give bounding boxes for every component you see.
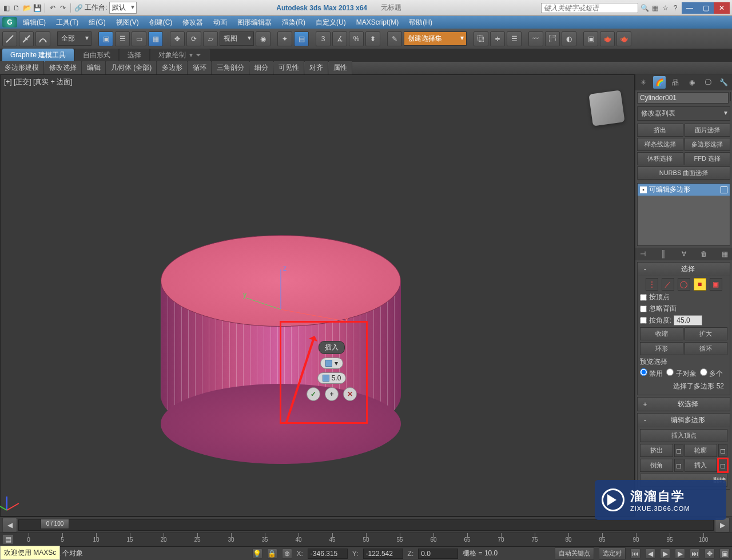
object-color-swatch[interactable] [730,92,731,101]
comm-center-icon[interactable]: ▦ [651,4,659,12]
help-icon[interactable]: ? [671,4,679,12]
ignore-backfacing-checkbox[interactable]: 忽略背面 [640,304,727,313]
rotate-tool-icon[interactable]: ⟳ [186,31,201,46]
modset-extrude[interactable]: 挤出 [637,124,683,137]
scale-tool-icon[interactable]: ▱ [203,31,218,46]
snap-toggle-icon[interactable]: 3 [316,31,331,46]
object-name-field[interactable] [637,92,729,104]
select-by-name-icon[interactable]: ☰ [115,31,130,46]
rollout-selection-header[interactable]: - 选择 [638,263,730,276]
ribbon-tab-selection[interactable]: 选择 [120,49,149,62]
hierarchy-tab-icon[interactable]: 品 [669,76,682,89]
favorites-icon[interactable]: ☆ [661,4,669,12]
by-vertex-checkbox[interactable]: 按顶点 [640,292,727,302]
ring-button[interactable]: 环形 [640,342,683,355]
motion-tab-icon[interactable]: ◉ [686,76,698,89]
layer-manager-icon[interactable]: ☰ [507,31,522,46]
ribbon-sub-edit[interactable]: 编辑 [82,61,106,74]
schematic-view-icon[interactable]: ⿸ [545,31,560,46]
pivot-center-icon[interactable]: ◉ [256,31,270,46]
help-search-input[interactable] [541,3,638,13]
bevel-settings-icon[interactable]: ◻ [674,459,683,472]
menu-maxscript[interactable]: MAXScript(M) [352,17,404,27]
menu-views[interactable]: 视图(V) [112,17,144,29]
save-icon[interactable]: 💾 [33,4,41,12]
by-angle-checkbox[interactable] [640,317,647,324]
modset-splinesel[interactable]: 样条线选择 [637,138,683,151]
bind-tool-icon[interactable] [35,31,50,46]
viewcube-icon[interactable] [588,90,624,126]
nav-1-icon[interactable]: ✥ [705,549,715,559]
ribbon-expand-icon[interactable]: ▾ ⏷ [189,51,201,59]
time-slider-thumb[interactable]: 0 / 100 [41,519,69,529]
search-icon[interactable]: 🔍 [640,4,649,12]
isolate-icon[interactable]: 💡 [252,549,262,559]
preview-off-radio[interactable]: 禁用 [640,368,663,379]
ribbon-sub-props[interactable]: 属性 [329,61,352,74]
curve-editor-icon[interactable]: 〰 [528,31,543,46]
undo-icon[interactable]: ↶ [49,4,57,12]
modset-polysel[interactable]: 多边形选择 [685,138,731,151]
stack-expand-icon[interactable]: ▪ [640,186,647,193]
edit-named-sel-icon[interactable]: ✎ [387,31,402,46]
ribbon-sub-polymodel[interactable]: 多边形建模 [0,61,44,74]
viewport-label[interactable]: [+] [正交] [真实 + 边面] [4,77,72,87]
subobj-edge-icon[interactable]: ／ [662,278,674,291]
prev-frame-icon[interactable]: ◀ [645,549,655,559]
ribbon-sub-geom[interactable]: 几何体 (全部) [106,61,157,74]
outline-settings-icon[interactable]: ◻ [718,444,727,457]
timeline-start-icon[interactable]: ◀ [2,518,17,533]
open-file-icon[interactable]: 📂 [23,4,31,12]
play-icon[interactable]: ▶ [660,549,670,559]
menu-tools[interactable]: 工具(T) [51,17,83,29]
named-selection-set[interactable]: 创建选择集 [404,31,467,46]
selection-filter[interactable]: 全部 [57,31,92,46]
selected-set-dropdown[interactable]: 选定对 [599,547,626,559]
select-tool-icon[interactable]: ▣ [98,31,113,46]
configure-sets-icon[interactable]: ▦ [719,249,730,259]
create-tab-icon[interactable]: ✳ [637,76,650,89]
move-tool-icon[interactable]: ✥ [170,31,185,46]
ribbon-sub-tris[interactable]: 三角剖分 [212,61,249,74]
preview-multi-radio[interactable]: 多个 [700,368,723,379]
display-tab-icon[interactable]: 🖵 [702,76,714,89]
link-tool-icon[interactable] [2,31,17,46]
subobj-polygon-icon[interactable]: ■ [694,278,706,291]
percent-snap-icon[interactable]: % [349,31,364,46]
utilities-tab-icon[interactable]: 🔧 [718,76,730,89]
menu-modifiers[interactable]: 修改器 [178,17,208,29]
extrude-settings-icon[interactable]: ◻ [674,444,683,457]
mirror-icon[interactable]: ⿻ [474,31,488,46]
ribbon-sub-align[interactable]: 对齐 [305,61,328,74]
modset-volsel[interactable]: 体积选择 [637,152,683,165]
grow-button[interactable]: 扩大 [685,327,728,340]
loop-button[interactable]: 循环 [685,342,728,355]
rect-region-icon[interactable]: ▭ [132,31,146,46]
preview-subobj-radio[interactable]: 子对象 [666,368,696,379]
ribbon-sub-subdiv[interactable]: 细分 [250,61,273,74]
viewport[interactable]: [+] [正交] [真实 + 边面] z y x 插入 ▾ 5.0 [0,74,635,517]
y-coord-field[interactable] [363,549,403,559]
extrude-button[interactable]: 挤出 [640,444,673,457]
spinner-snap-icon[interactable]: ⬍ [365,31,380,46]
inset-settings-icon[interactable]: ◻ [718,459,727,472]
ribbon-tab-paint[interactable]: 对象绘制▾ ⏷ [150,49,209,62]
ribbon-tab-graphite[interactable]: Graphite 建模工具 [2,49,74,62]
render-setup-icon[interactable]: ▣ [583,31,598,46]
rollout-soft-sel-header[interactable]: + 软选择 [638,398,730,411]
next-frame-icon[interactable]: ▶ [675,549,685,559]
app-menu-icon[interactable]: ◧ [2,4,10,12]
selection-lock-icon[interactable]: 🔒 [267,549,277,559]
angle-spinner[interactable] [674,315,702,325]
menu-rendering[interactable]: 渲染(R) [277,17,310,29]
subobj-element-icon[interactable]: ▣ [710,278,722,291]
unlink-tool-icon[interactable] [19,31,34,46]
app-logo-icon[interactable]: G [2,17,17,27]
subobj-border-icon[interactable]: ◯ [678,278,690,291]
track-bar-icon[interactable]: ▤ [2,534,14,545]
menu-group[interactable]: 组(G) [84,17,110,29]
keyboard-shortcut-icon[interactable]: ▤ [294,31,309,46]
menu-create[interactable]: 创建(C) [145,17,177,29]
bevel-button[interactable]: 倒角 [640,459,673,472]
maximize-button[interactable]: ▢ [698,2,714,14]
